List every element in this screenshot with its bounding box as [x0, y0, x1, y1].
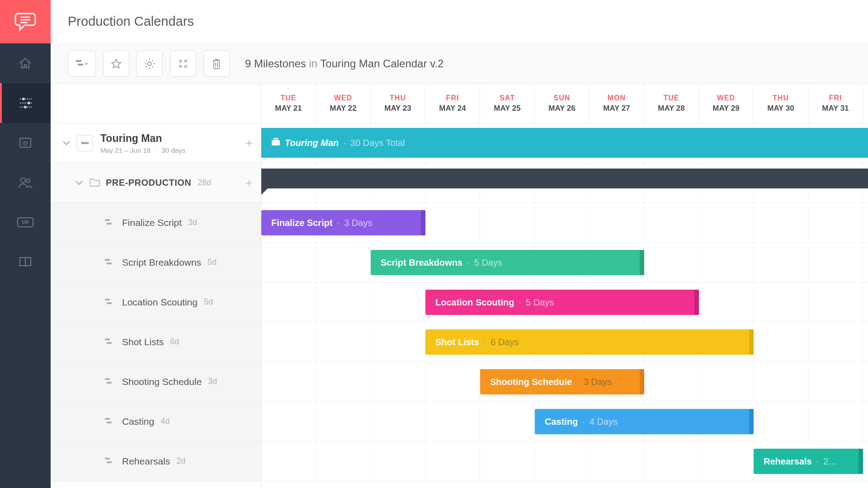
- phase-collapse-toggle[interactable]: [73, 177, 85, 189]
- task-row[interactable]: Location Scouting 5d: [51, 282, 261, 322]
- task-row[interactable]: Rehearsals 2d: [51, 441, 261, 481]
- add-task-button[interactable]: +: [245, 176, 253, 190]
- favorite-button[interactable]: [103, 51, 129, 77]
- task-row[interactable]: Script Breakdowns 5d: [51, 243, 261, 282]
- book-icon: [18, 256, 33, 268]
- task-row[interactable]: Finalize Script 3d: [51, 203, 261, 243]
- task-row[interactable]: Casting 4d: [51, 402, 261, 441]
- vip-icon: VIP: [17, 217, 33, 227]
- svg-rect-33: [274, 138, 278, 140]
- task-bar-sub: 4 Days: [590, 417, 618, 427]
- task-bar[interactable]: Finalize Script · 3 Days: [261, 210, 425, 235]
- date-label: MAY 26: [548, 104, 576, 113]
- day-of-week: MON: [608, 94, 626, 102]
- task-bar[interactable]: Script Breakdowns · 5 Days: [371, 250, 644, 275]
- delete-button[interactable]: [203, 51, 230, 77]
- chevron-down-icon: [62, 141, 71, 146]
- project-subtitle: May 21 – Jun 18 · 30 days: [100, 146, 185, 154]
- page-title: Production Calendars: [68, 14, 194, 29]
- task-bar[interactable]: Casting · 4 Days: [535, 409, 754, 434]
- phase-bar[interactable]: [261, 169, 868, 188]
- day-of-week: TUE: [281, 94, 297, 102]
- day-of-week: FRI: [829, 94, 842, 102]
- project-bar[interactable]: Touring Man · 30 Days Total: [261, 128, 868, 158]
- date-label: MAY 21: [275, 104, 302, 113]
- date-cell[interactable]: SATMAY 25: [480, 84, 535, 123]
- task-bar[interactable]: Shot Lists · 6 Days: [425, 329, 754, 355]
- svg-rect-18: [105, 219, 110, 221]
- day-of-week: THU: [390, 94, 406, 102]
- svg-rect-19: [107, 223, 112, 225]
- bar-resize-handle[interactable]: [694, 290, 699, 315]
- project-row[interactable]: MAN Touring Man May 21 – Jun 18 · 30 day…: [51, 123, 261, 163]
- task-name: Shooting Schedule: [122, 376, 202, 387]
- bar-resize-handle[interactable]: [749, 409, 754, 434]
- bar-resize-handle[interactable]: [749, 329, 754, 355]
- date-cell[interactable]: WEDMAY 22: [316, 84, 371, 123]
- gantt-row-task: Finalize Script · 3 Days: [261, 203, 868, 243]
- calendar: MAN Touring Man May 21 – Jun 18 · 30 day…: [51, 84, 868, 488]
- date-label: MAY 24: [439, 104, 466, 113]
- nav-docs[interactable]: [0, 242, 51, 282]
- trash-icon: [212, 58, 222, 69]
- task-duration: 5d: [204, 297, 213, 307]
- calendar-name: Touring Man Calendar v.2: [320, 57, 443, 70]
- date-cell[interactable]: WEDMAY 29: [699, 84, 754, 123]
- gantt-row-task: Script Breakdowns · 5 Days: [261, 243, 868, 282]
- project-collapse-toggle[interactable]: [61, 137, 72, 149]
- date-cell[interactable]: THUMAY 23: [371, 84, 425, 123]
- task-bar[interactable]: Shooting Schedule · 3 Days: [480, 369, 644, 394]
- collapse-icon: [178, 58, 189, 69]
- task-icon: [105, 338, 117, 347]
- task-row[interactable]: Shooting Schedule 3d: [51, 362, 261, 402]
- phase-row[interactable]: PRE-PRODUCTION 28d +: [51, 163, 261, 203]
- gantt-rows: Touring Man · 30 Days Total Finalize Scr…: [261, 123, 868, 488]
- date-cell[interactable]: FRIMAY 24: [425, 84, 480, 123]
- bar-resize-handle[interactable]: [640, 250, 644, 275]
- milestones-count: 9 Milestones: [245, 57, 306, 70]
- nav-contacts[interactable]: @: [0, 123, 51, 163]
- bar-resize-handle[interactable]: [421, 210, 425, 235]
- task-bar-name: Finalize Script: [271, 218, 333, 228]
- nav-home[interactable]: [0, 43, 51, 83]
- date-label: MAY 31: [822, 104, 849, 113]
- task-bar-name: Shooting Schedule: [490, 377, 572, 387]
- date-cell[interactable]: THUMAY 30: [754, 84, 808, 123]
- group-dropdown-button[interactable]: [68, 51, 96, 77]
- date-cell[interactable]: TUEMAY 28: [644, 84, 699, 123]
- date-cell[interactable]: FRIMAY 31: [808, 84, 863, 123]
- task-bar[interactable]: Location Scouting · 5 Days: [425, 290, 699, 315]
- date-cell[interactable]: TUEMAY 21: [261, 84, 316, 123]
- svg-text:VIP: VIP: [22, 220, 29, 225]
- chat-bubble-icon: [14, 12, 36, 32]
- task-row[interactable]: Shot Lists 6d: [51, 322, 261, 362]
- date-cell[interactable]: SUNMAY 26: [535, 84, 590, 123]
- phase-name: PRE-PRODUCTION: [106, 178, 191, 188]
- date-label: MAY 30: [767, 104, 794, 113]
- date-label: MAY 25: [494, 104, 521, 113]
- svg-rect-20: [105, 259, 110, 261]
- nav-calendars[interactable]: [0, 83, 51, 123]
- bar-resize-handle[interactable]: [640, 369, 644, 394]
- task-icon: [105, 377, 117, 386]
- task-bar-name: Casting: [545, 417, 578, 427]
- nav-team[interactable]: [0, 163, 51, 202]
- gantt-row-task: Shot Lists · 6 Days: [261, 322, 868, 362]
- add-phase-button[interactable]: +: [245, 136, 253, 150]
- collapse-button[interactable]: [170, 51, 196, 77]
- settings-button[interactable]: [137, 51, 163, 77]
- task-bar-name: Rehearsals: [764, 456, 812, 467]
- svg-point-6: [22, 98, 25, 100]
- nav-vip[interactable]: VIP: [0, 202, 51, 242]
- bar-resize-handle[interactable]: [859, 449, 863, 474]
- svg-rect-26: [105, 378, 110, 380]
- task-name: Script Breakdowns: [122, 257, 201, 268]
- day-of-week: SUN: [554, 94, 571, 102]
- app-logo[interactable]: [0, 0, 51, 43]
- task-icon: [105, 417, 117, 426]
- task-name: Casting: [122, 416, 154, 427]
- card-at-icon: @: [19, 136, 32, 150]
- task-bar[interactable]: Rehearsals · 2…: [754, 449, 863, 474]
- date-cell[interactable]: MONMAY 27: [590, 84, 644, 123]
- svg-text:@: @: [22, 140, 28, 146]
